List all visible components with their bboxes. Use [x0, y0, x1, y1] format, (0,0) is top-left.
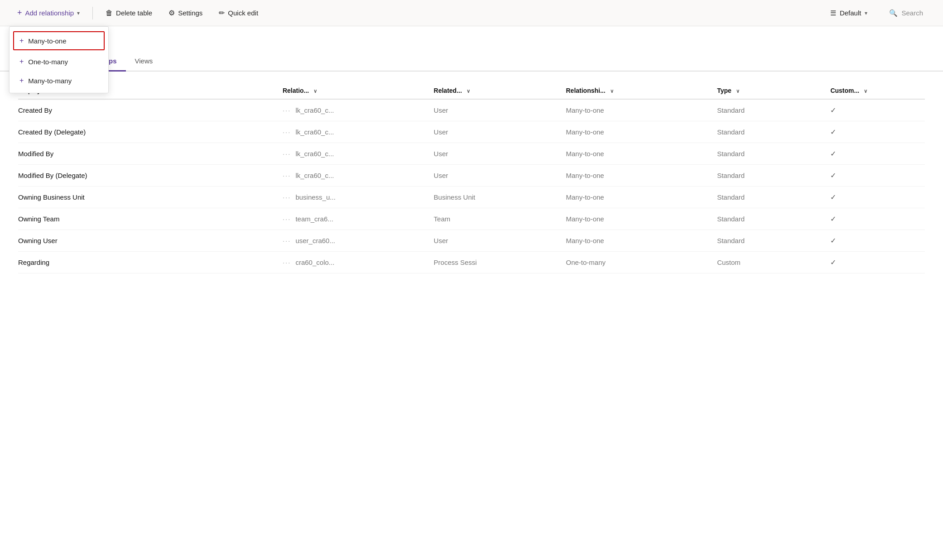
cell-custom-6: ✓	[830, 230, 925, 252]
cell-relation-6: ···user_cra60...	[283, 230, 434, 252]
row-ellipsis-4[interactable]: ···	[283, 193, 291, 201]
cell-relationship-1: Many-to-one	[566, 121, 717, 143]
one-to-many-label: One-to-many	[28, 58, 68, 66]
cell-relationship-6: Many-to-one	[566, 230, 717, 252]
one-to-many-option[interactable]: + One-to-many	[10, 52, 108, 71]
many-to-one-option[interactable]: + Many-to-one	[13, 31, 105, 50]
sort-icon-type[interactable]: ∨	[736, 88, 740, 94]
cell-relationship-0: Many-to-one	[566, 99, 717, 121]
table-row[interactable]: Owning User ···user_cra60... User Many-t…	[18, 230, 925, 252]
table-row[interactable]: Created By ···lk_cra60_c... User Many-to…	[18, 99, 925, 121]
col-related-label: Related...	[434, 87, 462, 94]
quick-edit-button[interactable]: ✏ Quick edit	[212, 5, 265, 21]
delete-table-button[interactable]: 🗑 Delete table	[99, 5, 159, 21]
search-button[interactable]: 🔍 Search	[880, 5, 932, 21]
cell-related-0: User	[434, 99, 566, 121]
default-label: Default	[840, 9, 861, 17]
row-ellipsis-7[interactable]: ···	[283, 258, 291, 266]
settings-icon: ⚙	[168, 9, 175, 17]
default-button[interactable]: ☰ Default ▾	[823, 5, 875, 21]
cell-relationship-3: Many-to-one	[566, 165, 717, 187]
tabs-bar: Columns Relationships Views	[0, 52, 943, 72]
cell-relation-2: ···lk_cra60_c...	[283, 143, 434, 165]
col-custom-label: Custom...	[830, 87, 859, 94]
col-header-type[interactable]: Type ∨	[717, 82, 830, 99]
cell-displayname-3: Modified By (Delegate)	[18, 165, 283, 187]
col-header-custom[interactable]: Custom... ∨	[830, 82, 925, 99]
sort-icon-related[interactable]: ∨	[467, 88, 470, 94]
cell-related-3: User	[434, 165, 566, 187]
cell-relationship-2: Many-to-one	[566, 143, 717, 165]
tab-views[interactable]: Views	[126, 52, 162, 72]
col-relationship-label: Relationshi...	[566, 87, 606, 94]
plus-icon-2: +	[19, 57, 24, 66]
cell-type-2: Standard	[717, 143, 830, 165]
plus-icon-3: +	[19, 77, 24, 85]
add-relationship-dropdown: + Many-to-one + One-to-many + Many-to-ma…	[9, 26, 109, 93]
cell-displayname-5: Owning Team	[18, 208, 283, 230]
row-ellipsis-2[interactable]: ···	[283, 150, 291, 158]
cell-custom-4: ✓	[830, 187, 925, 208]
col-type-label: Type	[717, 87, 731, 94]
cell-displayname-1: Created By (Delegate)	[18, 121, 283, 143]
cell-related-1: User	[434, 121, 566, 143]
cell-custom-0: ✓	[830, 99, 925, 121]
cell-custom-2: ✓	[830, 143, 925, 165]
col-header-related[interactable]: Related... ∨	[434, 82, 566, 99]
search-icon: 🔍	[889, 9, 898, 17]
add-relationship-button[interactable]: + Add relationship ▾	[11, 5, 86, 21]
toolbar-right: ☰ Default ▾ 🔍 Search	[823, 5, 932, 21]
table-header-row: Display name ↑ ∨ Relatio... ∨ Related...…	[18, 82, 925, 99]
col-relation-label: Relatio...	[283, 87, 309, 94]
cell-type-6: Standard	[717, 230, 830, 252]
cell-displayname-6: Owning User	[18, 230, 283, 252]
table-row[interactable]: Modified By ···lk_cra60_c... User Many-t…	[18, 143, 925, 165]
many-to-many-option[interactable]: + Many-to-many	[10, 71, 108, 90]
toolbar: + Add relationship ▾ 🗑 Delete table ⚙ Se…	[0, 0, 943, 26]
settings-label: Settings	[178, 9, 202, 17]
many-to-many-label: Many-to-many	[28, 77, 72, 85]
cell-relation-4: ···business_u...	[283, 187, 434, 208]
sort-icon-relationship[interactable]: ∨	[610, 88, 614, 94]
col-header-relationship[interactable]: Relationshi... ∨	[566, 82, 717, 99]
cell-relationship-5: Many-to-one	[566, 208, 717, 230]
row-ellipsis-3[interactable]: ···	[283, 172, 291, 179]
table-row[interactable]: Owning Team ···team_cra6... Team Many-to…	[18, 208, 925, 230]
table-row[interactable]: Created By (Delegate) ···lk_cra60_c... U…	[18, 121, 925, 143]
cell-related-7: Process Sessi	[434, 252, 566, 273]
add-relationship-label: Add relationship	[25, 9, 74, 17]
delete-icon: 🗑	[106, 9, 113, 17]
cell-type-3: Standard	[717, 165, 830, 187]
table-row[interactable]: Modified By (Delegate) ···lk_cra60_c... …	[18, 165, 925, 187]
row-ellipsis-1[interactable]: ···	[283, 128, 291, 136]
cell-displayname-0: Created By	[18, 99, 283, 121]
col-header-relation[interactable]: Relatio... ∨	[283, 82, 434, 99]
breadcrumb: Tables › Color	[0, 26, 943, 47]
table-row[interactable]: Regarding ···cra60_colo... Process Sessi…	[18, 252, 925, 273]
many-to-one-label: Many-to-one	[28, 37, 66, 45]
cell-type-0: Standard	[717, 99, 830, 121]
cell-relation-0: ···lk_cra60_c...	[283, 99, 434, 121]
table-row[interactable]: Owning Business Unit ···business_u... Bu…	[18, 187, 925, 208]
row-ellipsis-6[interactable]: ···	[283, 237, 291, 244]
default-chevron-icon: ▾	[865, 10, 867, 16]
quick-edit-label: Quick edit	[228, 9, 258, 17]
cell-custom-5: ✓	[830, 208, 925, 230]
cell-displayname-4: Owning Business Unit	[18, 187, 283, 208]
cell-relation-7: ···cra60_colo...	[283, 252, 434, 273]
hamburger-icon: ☰	[830, 9, 836, 17]
row-ellipsis-5[interactable]: ···	[283, 215, 291, 223]
delete-table-label: Delete table	[116, 9, 152, 17]
cell-type-5: Standard	[717, 208, 830, 230]
settings-button[interactable]: ⚙ Settings	[162, 5, 209, 21]
sort-icon-custom[interactable]: ∨	[864, 88, 867, 94]
cell-relation-3: ···lk_cra60_c...	[283, 165, 434, 187]
row-ellipsis-0[interactable]: ···	[283, 106, 291, 114]
cell-related-5: Team	[434, 208, 566, 230]
separator-1	[92, 7, 93, 19]
relationships-table: Display name ↑ ∨ Relatio... ∨ Related...…	[18, 82, 925, 273]
plus-icon: +	[17, 8, 22, 18]
plus-icon-1: +	[19, 37, 24, 45]
cell-custom-7: ✓	[830, 252, 925, 273]
sort-icon-relation[interactable]: ∨	[313, 88, 317, 94]
